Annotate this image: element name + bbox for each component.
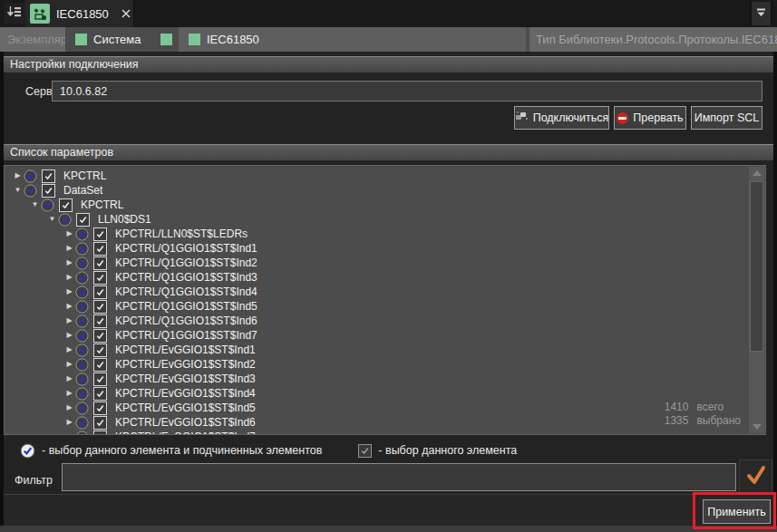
expand-arrow-icon[interactable]: ▶ [63,343,75,357]
panel-collapse-button[interactable] [750,2,772,25]
recursive-select-checkbox[interactable] [75,430,89,435]
tab-close-icon[interactable] [119,6,133,21]
recursive-select-checkbox[interactable] [75,358,89,372]
expand-arrow-icon[interactable]: ▶ [63,270,75,285]
single-select-checkbox[interactable] [93,314,107,328]
tree-scrollbar[interactable] [749,167,764,433]
tab-iec61850[interactable]: IEC61850 [25,0,134,27]
tree-item-label: KPCTRL/EvGGIO1$ST$Ind5 [115,401,256,414]
recursive-select-checkbox[interactable] [75,300,89,314]
connect-button[interactable]: Подключиться [514,106,609,130]
single-select-checkbox[interactable] [76,213,90,227]
dock-panel-button[interactable] [4,3,25,24]
expand-arrow-icon[interactable]: ▶ [63,285,75,299]
expand-arrow-icon[interactable]: ▶ [63,227,75,241]
scrollbar-down-icon[interactable] [749,421,764,433]
scrollbar-up-icon[interactable] [749,167,764,179]
recursive-select-checkbox[interactable] [24,169,37,183]
expand-arrow-icon[interactable]: ▶ [63,372,75,386]
filter-input[interactable] [62,463,736,491]
single-select-checkbox[interactable] [93,401,107,415]
tree-row[interactable]: ▼ DataSet [5,183,750,198]
recursive-select-checkbox[interactable] [75,242,89,256]
tree-item-label: KPCTRL/Q1GGIO1$ST$Ind1 [115,242,257,255]
apply-button[interactable]: Применить [703,499,771,524]
tree-row[interactable]: ▼ LLN0$DS1 [5,212,750,227]
expand-arrow-icon[interactable]: ▶ [63,299,75,314]
expand-arrow-icon[interactable]: ▼ [29,198,41,212]
tree-row[interactable]: ▶ KPCTRL/Q1GGIO1$ST$Ind6 [5,314,750,328]
single-select-checkbox[interactable] [93,227,107,241]
recursive-select-checkbox[interactable] [75,329,89,343]
recursive-select-checkbox[interactable] [75,372,89,386]
tree-row[interactable]: ▶ KPCTRL/EvGGIO1$ST$Ind6 [5,415,750,430]
recursive-select-checkbox[interactable] [75,387,89,401]
single-select-checkbox[interactable] [93,242,107,256]
tree-row[interactable]: ▼ KPCTRL [5,198,750,212]
recursive-select-checkbox[interactable] [75,416,89,430]
single-select-checkbox[interactable] [42,169,55,183]
instance-icon [75,34,87,45]
tree-row[interactable]: ▶ KPCTRL/LLN0$ST$LEDRs [5,227,750,241]
tree-row[interactable]: ▶ KPCTRL/EvGGIO1$ST$Ind3 [5,372,750,386]
connect-plug-icon [515,111,529,125]
tree-row[interactable]: ▶ KPCTRL/EvGGIO1$ST$Ind1 [5,343,750,357]
expand-arrow-icon[interactable]: ▶ [63,357,75,372]
recursive-select-checkbox[interactable] [75,256,89,270]
recursive-select-checkbox[interactable] [41,198,54,212]
tree-row[interactable]: ▶ KPCTRL/Q1GGIO1$ST$Ind7 [5,328,750,343]
expand-arrow-icon[interactable]: ▶ [63,241,75,256]
single-select-checkbox[interactable] [93,271,107,285]
expand-arrow-icon[interactable]: ▶ [63,415,75,430]
expand-arrow-icon[interactable]: ▶ [63,314,75,328]
single-select-checkbox[interactable] [93,358,107,372]
breadcrumb-item-iec61850[interactable]: IEC61850 [179,33,269,46]
server-input[interactable] [52,81,762,102]
expand-arrow-icon[interactable]: ▶ [63,401,75,415]
breadcrumb-item-system[interactable]: Система [65,33,151,46]
single-select-checkbox[interactable] [59,198,73,212]
total-count-label: всего [696,401,741,413]
iec61850-device-icon [30,4,50,24]
scrollbar-thumb[interactable] [750,181,763,352]
tree-row[interactable]: ▶ KPCTRL/Q1GGIO1$ST$Ind3 [5,270,750,285]
recursive-select-checkbox[interactable] [75,314,89,328]
recursive-select-checkbox[interactable] [75,401,89,415]
tree-row[interactable]: ▶ KPCTRL/EvGGIO1$ST$Ind2 [5,357,750,372]
expand-arrow-icon[interactable]: ▼ [12,183,24,198]
single-select-checkbox[interactable] [93,416,107,430]
expand-arrow-icon[interactable]: ▶ [63,256,75,270]
tree-row[interactable]: ▶ KPCTRL/Q1GGIO1$ST$Ind5 [5,299,750,314]
recursive-select-checkbox[interactable] [75,227,89,241]
tree-row[interactable]: ▶ KPCTRL/Q1GGIO1$ST$Ind4 [5,285,750,299]
single-select-checkbox[interactable] [93,387,107,401]
abort-button[interactable]: Прервать [614,106,686,130]
tree-row[interactable]: ▶ KPCTRL/EvGGIO1$ST$Ind5 [5,401,750,415]
single-select-checkbox[interactable] [93,256,107,270]
recursive-select-checkbox[interactable] [58,213,72,227]
recursive-select-checkbox[interactable] [75,343,89,357]
expand-arrow-icon[interactable]: ▶ [12,169,24,183]
tree-row[interactable]: ▶ KPCTRL [5,169,750,183]
single-select-checkbox[interactable] [93,430,107,435]
selection-legend: - выбор данного элемента и подчиненных э… [4,440,773,461]
single-select-checkbox[interactable] [93,372,107,386]
expand-arrow-icon[interactable]: ▶ [63,430,75,434]
import-scl-button[interactable]: Импорт SCL [691,106,762,130]
filter-apply-button[interactable] [739,459,772,493]
single-select-checkbox[interactable] [93,285,107,299]
tree-row[interactable]: ▶ KPCTRL/EvGGIO1$ST$Ind7 [5,430,750,434]
tree-row[interactable]: ▶ KPCTRL/EvGGIO1$ST$Ind4 [5,386,750,401]
expand-arrow-icon[interactable]: ▼ [46,212,58,227]
tree-row[interactable]: ▶ KPCTRL/Q1GGIO1$ST$Ind1 [5,241,750,256]
recursive-select-checkbox[interactable] [24,184,37,198]
single-select-checkbox[interactable] [93,300,107,314]
tree-row[interactable]: ▶ KPCTRL/Q1GGIO1$ST$Ind2 [5,256,750,270]
single-select-checkbox[interactable] [93,329,107,343]
expand-arrow-icon[interactable]: ▶ [63,328,75,343]
expand-arrow-icon[interactable]: ▶ [63,386,75,401]
recursive-select-checkbox[interactable] [75,285,89,299]
recursive-select-checkbox[interactable] [75,271,89,285]
single-select-checkbox[interactable] [42,184,55,198]
single-select-checkbox[interactable] [93,343,107,357]
